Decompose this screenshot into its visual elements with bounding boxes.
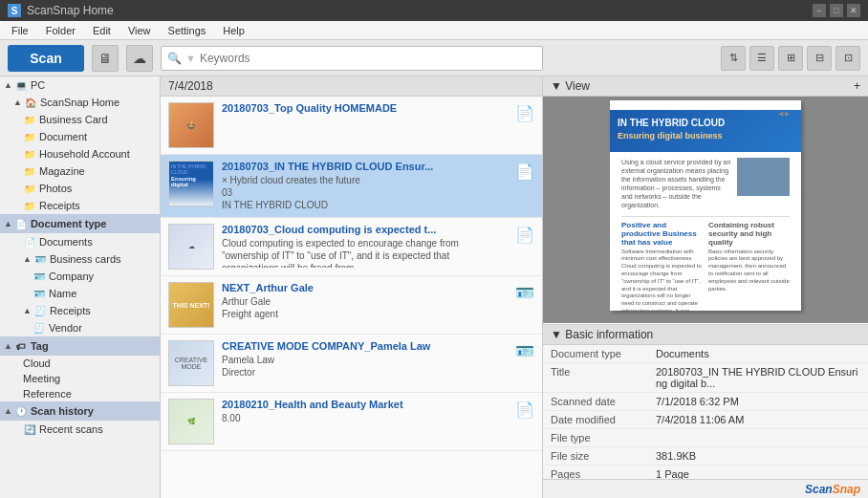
file-item-2[interactable]: IN THE HYBRID CLOUD Ensuring digital 201… [161,155,542,218]
file-type-icon-3: 📄 [515,226,534,244]
search-box: 🔍 ▼ [161,46,543,71]
scan-button[interactable]: Scan [8,45,84,72]
view-content: ◀ ▶ IN THE HYBRID CLOUD Ensuring digital… [543,97,868,323]
split-view-button[interactable]: ⊡ [835,46,860,71]
sidebar-item-name[interactable]: 🪪 Name [0,285,160,302]
file-title-6: 20180210_Health and Beauty Market [222,399,508,410]
menu-view[interactable]: View [120,23,159,38]
app-title: ScanSnap Home [27,4,114,17]
file-list-header: 7/4/2018 [161,76,542,97]
menu-bar: File Folder Edit View Settings Help [0,21,868,40]
cloud-view-button[interactable]: ☁ [126,45,153,72]
scansnap-home-label: ScanSnap Home [40,97,119,108]
expand-arrow-rec: ▲ [23,306,32,315]
sidebar-label-recent-scans: Recent scans [39,423,103,435]
sidebar-label-photos: Photos [39,183,72,194]
scan-text: Scan [805,483,833,496]
maximize-button[interactable]: □ [830,4,843,17]
info-value-doctype: Documents [648,345,868,363]
sidebar-pc-label: PC [31,79,45,91]
sidebar-item-company[interactable]: 🪪 Company [0,268,160,285]
file-desc-3: Cloud computing is expected to encourage… [222,237,508,268]
file-title-5: CREATIVE MODE COMPANY_Pamela Law [222,340,508,352]
info-label-scanned-date: Scanned date [543,393,648,411]
sidebar-item-scansnap-home[interactable]: ▲ 🏠 ScanSnap Home [0,94,160,111]
file-desc-2: × Hybrid cloud creates the future03IN TH… [222,174,508,211]
minimize-button[interactable]: − [813,4,826,17]
thumb-food-1: 🍲 [169,103,213,147]
sidebar-item-pc[interactable]: ▲ 💻 PC [0,76,160,94]
sidebar-label-meeting: Meeting [23,373,60,384]
list-view-button[interactable]: ☰ [749,46,774,71]
sidebar-section-scan-history[interactable]: ▲ 🕐 Scan history [0,401,160,421]
menu-folder[interactable]: Folder [38,23,83,38]
file-item-6[interactable]: 🌿 20180210_Health and Beauty Market 8.00… [161,393,542,451]
doc-icon: 📄 [23,235,36,249]
search-icon: 🔍 [167,52,182,65]
sidebar-item-receipts[interactable]: 📁 Receipts [0,197,160,214]
file-item-4[interactable]: THIS NEXT! NEXT_Arthur Gale Arthur GaleF… [161,276,542,335]
sidebar-item-document[interactable]: 📁 Document [0,128,160,145]
info-table: Document type Documents Title 20180703_I… [543,345,868,479]
detail-view-button[interactable]: ⊟ [807,46,832,71]
sidebar-label-receipts: Receipts [39,200,80,211]
info-row-pages: Pages 1 Page [543,466,868,480]
file-item-1[interactable]: 🍲 20180703_Top Quality HOMEMADE 📄 [161,97,542,155]
sidebar-item-businesscards[interactable]: ▲ 🪪 Business cards [0,250,160,268]
tag-label: Tag [31,340,49,352]
file-item-5[interactable]: CREATIVE MODE CREATIVE MODE COMPANY_Pame… [161,335,542,393]
sidebar-item-meeting[interactable]: Meeting [0,371,160,386]
card-icon-sm2: 🪪 [33,287,46,300]
file-list: 7/4/2018 🍲 20180703_Top Quality HOMEMADE… [161,76,543,498]
sidebar-section-tag[interactable]: ▲ 🏷 Tag [0,336,160,356]
sidebar-section-document-type[interactable]: ▲ 📄 Document type [0,214,160,233]
menu-settings[interactable]: Settings [161,23,214,38]
thumb-hybrid-2: IN THE HYBRID CLOUD Ensuring digital [169,162,213,206]
sidebar-item-photos[interactable]: 📁 Photos [0,180,160,197]
scan-icon: 🔄 [23,422,36,436]
sidebar-item-receipts-dt[interactable]: ▲ 🧾 Receipts [0,302,160,319]
thumb-creative-5: CREATIVE MODE [169,341,213,385]
sort-button[interactable]: ⇅ [721,46,746,71]
grid-view-button[interactable]: ⊞ [778,46,803,71]
menu-edit[interactable]: Edit [85,23,119,38]
toolbar-right: ⇅ ☰ ⊞ ⊟ ⊡ [721,46,860,71]
menu-help[interactable]: Help [215,23,252,38]
folder-icon: 📁 [23,164,36,178]
add-view-button[interactable]: + + [854,79,860,93]
menu-file[interactable]: File [4,23,36,38]
local-view-button[interactable]: 🖥 [92,45,119,72]
search-arrow[interactable]: ▼ [185,53,196,64]
main-layout: ▲ 💻 PC ▲ 🏠 ScanSnap Home 📁 Business Card… [0,76,868,498]
thumb-health-6: 🌿 [169,400,213,444]
sidebar-item-business-card[interactable]: 📁 Business Card [0,111,160,128]
info-value-title: 20180703_IN THE HYBRID CLOUD Ensuring di… [648,363,868,393]
info-header-label: ▼ Basic information [551,328,653,341]
toolbar: Scan 🖥 ☁ 🔍 ▼ ⇅ ☰ ⊞ ⊟ ⊡ [0,40,868,76]
sidebar-item-documents[interactable]: 📄 Documents [0,233,160,250]
title-bar: S ScanSnap Home − □ ✕ [0,0,868,21]
sidebar-item-vendor[interactable]: 🧾 Vendor [0,319,160,336]
sidebar-item-cloud[interactable]: Cloud [0,356,160,371]
expand-arrow-tag: ▲ [4,341,12,351]
search-input[interactable] [200,52,536,65]
scansnap-logo: ScanSnap [805,482,860,496]
sidebar-label-household: Household Account [39,148,130,160]
sidebar-item-household[interactable]: 📁 Household Account [0,145,160,162]
close-button[interactable]: ✕ [847,4,860,17]
sidebar-label-name: Name [49,288,76,299]
sidebar-item-recent-scans[interactable]: 🔄 Recent scans [0,421,160,438]
sidebar-item-reference[interactable]: Reference [0,386,160,401]
view-header-label: ▼ View [551,79,590,93]
file-desc-6: 8.00 [222,412,508,424]
info-value-filetype [648,429,868,447]
preview-headline: IN THE HYBRID CLOUD [618,118,793,129]
preview-section2-body: Basic information security policies are … [708,249,790,293]
info-label-modified: Date modified [543,411,648,429]
sidebar-item-magazine[interactable]: 📁 Magazine [0,162,160,180]
folder-icon: 📁 [23,199,36,212]
window-controls[interactable]: − □ ✕ [813,4,860,17]
file-item-3[interactable]: ☁ 20180703_Cloud computing is expected t… [161,218,542,276]
card-icon: 🪪 [33,252,47,266]
file-title-2: 20180703_IN THE HYBRID CLOUD Ensur... [222,161,508,172]
